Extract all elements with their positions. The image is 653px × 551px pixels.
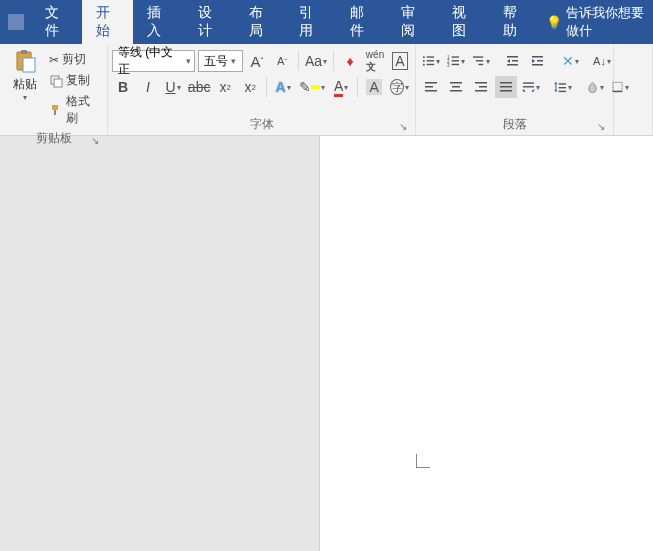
tab-layout[interactable]: 布局 (235, 0, 286, 44)
font-size-combo[interactable]: 五号 ▾ (198, 50, 243, 72)
group-paragraph-label: 段落 ↘ (420, 114, 609, 135)
font-family-combo[interactable]: 等线 (中文正 ▾ (112, 50, 195, 72)
tab-file[interactable]: 文件 (31, 0, 82, 44)
distributed-button[interactable] (520, 76, 542, 98)
svg-rect-35 (475, 82, 487, 84)
svg-rect-27 (537, 60, 543, 62)
cut-label: 剪切 (62, 51, 86, 68)
svg-rect-3 (23, 58, 35, 72)
svg-rect-15 (452, 56, 459, 57)
dialog-launcher-icon[interactable]: ↘ (89, 135, 101, 147)
paste-button[interactable]: 粘贴 ▾ (4, 46, 45, 128)
tab-references[interactable]: 引用 (285, 0, 336, 44)
svg-rect-33 (452, 86, 460, 88)
phonetic-guide-button[interactable]: wén文 (364, 50, 386, 72)
tell-me-search[interactable]: 💡 告诉我你想要做什 (540, 0, 653, 44)
svg-point-8 (423, 56, 425, 58)
highlight-button[interactable]: ✎ (297, 76, 327, 98)
subscript-button[interactable]: x2 (214, 76, 236, 98)
underline-button[interactable]: U (162, 76, 184, 98)
italic-button[interactable]: I (137, 76, 159, 98)
svg-text:3: 3 (447, 63, 450, 68)
superscript-button[interactable]: x2 (239, 76, 261, 98)
character-border-button[interactable]: A (389, 50, 411, 72)
svg-rect-11 (427, 60, 434, 61)
shrink-font-button[interactable]: Aˇ (271, 50, 293, 72)
svg-rect-29 (425, 82, 437, 84)
svg-rect-32 (450, 82, 462, 84)
svg-rect-0 (8, 14, 24, 30)
chevron-down-icon: ▾ (231, 56, 236, 66)
multilevel-list-button[interactable] (470, 50, 492, 72)
svg-rect-23 (507, 56, 518, 58)
tab-view[interactable]: 视图 (438, 0, 489, 44)
dialog-launcher-icon[interactable]: ↘ (595, 121, 607, 133)
svg-rect-19 (452, 64, 459, 65)
numbering-button[interactable]: 123 (445, 50, 467, 72)
svg-rect-17 (452, 60, 459, 61)
decrease-indent-button[interactable] (502, 50, 524, 72)
shading-button[interactable] (584, 76, 606, 98)
enclose-character-button[interactable]: 字 (388, 76, 411, 98)
svg-rect-31 (425, 90, 437, 92)
svg-rect-42 (523, 86, 534, 87)
group-font: 等线 (中文正 ▾ 五号 ▾ Aˆ Aˇ Aa ♦ wén文 A B I U (108, 44, 416, 135)
workspace (0, 136, 653, 551)
strikethrough-button[interactable]: abc (187, 76, 211, 98)
font-family-value: 等线 (中文正 (118, 44, 183, 78)
clear-formatting-button[interactable]: ♦ (339, 50, 361, 72)
format-painter-label: 格式刷 (66, 93, 101, 127)
change-case-button[interactable]: Aa (304, 50, 328, 72)
copy-icon (49, 74, 63, 88)
align-right-button[interactable] (470, 76, 492, 98)
tab-design[interactable]: 设计 (184, 0, 235, 44)
svg-rect-36 (479, 86, 487, 88)
copy-button[interactable]: 复制 (47, 71, 103, 90)
svg-rect-38 (500, 82, 512, 84)
align-left-button[interactable] (420, 76, 442, 98)
tab-insert[interactable]: 插入 (133, 0, 184, 44)
tab-review[interactable]: 审阅 (387, 0, 438, 44)
bold-button[interactable]: B (112, 76, 134, 98)
svg-rect-2 (21, 50, 27, 54)
svg-rect-5 (54, 79, 62, 87)
document-page[interactable] (320, 136, 653, 551)
tab-home[interactable]: 开始 (82, 0, 133, 44)
tell-me-label: 告诉我你想要做什 (566, 4, 647, 40)
dialog-launcher-icon[interactable]: ↘ (397, 121, 409, 133)
eraser-icon: ♦ (346, 53, 353, 69)
format-painter-button[interactable]: 格式刷 (47, 92, 103, 128)
tab-bar: 文件 开始 插入 设计 布局 引用 邮件 审阅 视图 帮助 💡 告诉我你想要做什 (0, 0, 653, 44)
chevron-down-icon: ▾ (23, 93, 27, 102)
increase-indent-button[interactable] (527, 50, 549, 72)
svg-rect-9 (427, 56, 434, 57)
grow-font-button[interactable]: Aˆ (246, 50, 268, 72)
align-center-button[interactable] (445, 76, 467, 98)
svg-rect-40 (500, 90, 512, 92)
svg-rect-6 (52, 105, 58, 110)
paste-icon (9, 48, 41, 76)
sort-button[interactable]: A↓ (591, 50, 613, 72)
svg-rect-28 (532, 64, 543, 66)
line-spacing-button[interactable] (552, 76, 574, 98)
brush-icon (49, 103, 63, 117)
copy-label: 复制 (66, 72, 90, 89)
svg-rect-26 (532, 56, 543, 58)
svg-rect-41 (523, 82, 534, 83)
bullets-button[interactable] (420, 50, 442, 72)
svg-rect-44 (559, 87, 566, 88)
svg-rect-21 (476, 60, 483, 61)
tab-mail[interactable]: 邮件 (336, 0, 387, 44)
svg-rect-45 (559, 91, 566, 92)
tab-help[interactable]: 帮助 (489, 0, 540, 44)
justify-button[interactable] (495, 76, 517, 98)
svg-rect-13 (427, 64, 434, 65)
svg-point-12 (423, 64, 425, 66)
group-clipboard-label: 剪贴板 ↘ (4, 128, 103, 149)
cut-button[interactable]: ✂ 剪切 (47, 50, 103, 69)
asian-layout-button[interactable]: ✕ (559, 50, 581, 72)
font-color-button[interactable]: A (330, 76, 352, 98)
svg-point-10 (423, 60, 425, 62)
character-shading-button[interactable]: A (363, 76, 385, 98)
text-effects-button[interactable]: A (272, 76, 294, 98)
